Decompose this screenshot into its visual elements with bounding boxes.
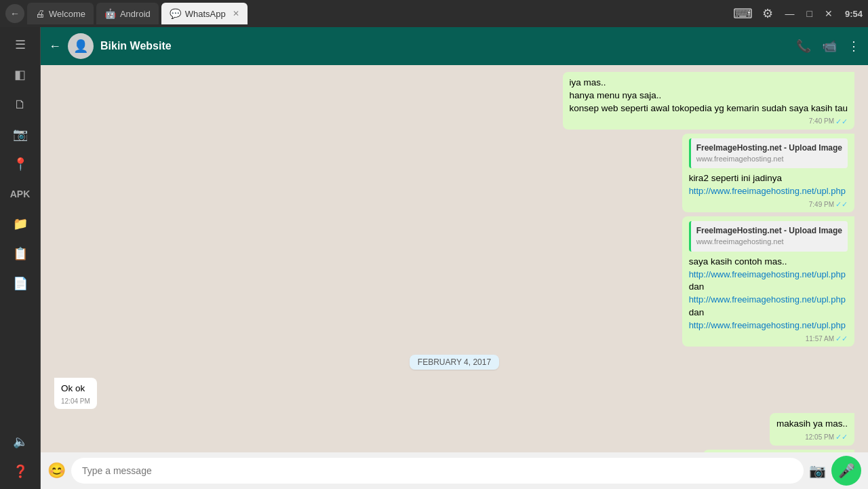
link-preview-card: FreeImageHosting.net - Upload Image www.… <box>689 138 848 168</box>
message-text: saya kasih contoh mas.. <box>689 256 848 269</box>
message-link: http://www.freeimagehosting.net/upl.php <box>689 269 848 281</box>
settings-icon[interactable]: ⚙ <box>762 6 773 21</box>
sidebar-notes-icon[interactable]: 📋 <box>8 241 33 266</box>
sidebar-volume-icon[interactable]: 🔈 <box>8 429 33 454</box>
mic-button[interactable]: 🎤 <box>831 456 861 486</box>
message-input[interactable] <box>71 458 804 484</box>
window-controls: — □ ✕ <box>781 7 837 20</box>
link-card-url: www.freeimagehosting.net <box>696 237 842 247</box>
chat-area: iya mas..hanya menu nya saja..konsep web… <box>41 65 868 452</box>
message-link-anchor[interactable]: http://www.freeimagehosting.net/upl.php <box>689 186 846 196</box>
message-link-anchor[interactable]: http://www.freeimagehosting.net/upl.php <box>689 320 846 330</box>
sidebar-list-icon[interactable]: 📄 <box>8 271 33 296</box>
tab-welcome[interactable]: 🖨 Welcome <box>27 3 94 24</box>
read-receipt-icon: ✓✓ <box>835 117 848 127</box>
back-button[interactable]: ← <box>5 4 24 23</box>
message-bubble: makasih ya mas.. 12:05 PM ✓✓ <box>770 413 854 445</box>
message-time: 7:40 PM ✓✓ <box>570 117 848 127</box>
message-text: makasih ya mas.. <box>776 418 848 431</box>
camera-attach-button[interactable]: 📷 <box>809 463 826 479</box>
read-receipt-icon: ✓✓ <box>835 199 848 210</box>
restore-button[interactable]: □ <box>803 7 816 20</box>
tab-whatsapp[interactable]: 💬 WhatsApp ✕ <box>161 3 248 24</box>
sidebar-help-icon[interactable]: ❓ <box>8 459 33 484</box>
browser-chrome: ← 🖨 Welcome 🤖 Android 💬 WhatsApp ✕ ⌨ ⚙ —… <box>0 0 868 27</box>
message-time: 12:04 PM <box>61 397 90 406</box>
message-time: 12:05 PM ✓✓ <box>776 432 848 442</box>
tab-android-label: Android <box>120 9 151 19</box>
mic-icon: 🎤 <box>838 463 855 479</box>
time-label: 12:04 PM <box>61 397 90 406</box>
contact-avatar[interactable]: 👤 <box>68 33 94 59</box>
header-actions: 📞 📹 ⋮ <box>796 39 860 54</box>
message-connector: dan <box>689 281 848 294</box>
message-link-anchor[interactable]: http://www.freeimagehosting.net/upl.php <box>689 294 846 305</box>
tab-close-button[interactable]: ✕ <box>233 9 239 18</box>
message-row: Ok ok 12:04 PM <box>54 378 854 409</box>
whatsapp-container: ← 👤 Bikin Website 📞 📹 ⋮ iya mas..hanya m… <box>41 27 868 489</box>
browser-nav: ← <box>5 4 24 23</box>
message-bubble: iya mas..hanya menu nya saja..konsep web… <box>563 72 855 130</box>
message-link: http://www.freeimagehosting.net/upl.php <box>689 319 848 332</box>
sidebar-pages-icon[interactable]: 🗋 <box>8 92 33 117</box>
tab-whatsapp-label: WhatsApp <box>185 9 226 19</box>
video-icon[interactable]: 📹 <box>822 39 837 54</box>
tab-welcome-label: Welcome <box>49 9 85 19</box>
message-bubble: sory mas,tadi gak ada gambarnya <box>703 450 854 452</box>
message-link-anchor[interactable]: http://www.freeimagehosting.net/upl.php <box>689 269 846 279</box>
input-bar: 😊 📷 🎤 <box>41 452 868 489</box>
message-bubble: FreeImageHosting.net - Upload Image www.… <box>682 216 854 347</box>
link-preview-card: FreeImageHosting.net - Upload Image www.… <box>689 221 848 251</box>
message-row: iya mas..hanya menu nya saja..konsep web… <box>54 72 854 130</box>
more-options-icon[interactable]: ⋮ <box>848 39 860 54</box>
message-text: iya mas..hanya menu nya saja..konsep web… <box>570 77 848 115</box>
system-time: 9:54 <box>845 9 863 19</box>
sidebar: ☰ ◧ 🗋 📷 📍 APK 📁 📋 📄 🔈 ❓ <box>0 27 41 489</box>
message-row: makasih ya mas.. 12:05 PM ✓✓ <box>54 413 854 445</box>
sidebar-layers-icon[interactable]: ◧ <box>8 62 33 87</box>
message-bubble: FreeImageHosting.net - Upload Image www.… <box>682 134 854 212</box>
android-tab-icon: 🤖 <box>104 8 116 19</box>
link-card-title: FreeImageHosting.net - Upload Image <box>696 225 842 237</box>
message-text: Ok ok <box>61 383 90 395</box>
link-card-title: FreeImageHosting.net - Upload Image <box>696 142 842 154</box>
message-row: sory mas,tadi gak ada gambarnya <box>54 450 854 452</box>
welcome-tab-icon: 🖨 <box>35 8 45 19</box>
minimize-button[interactable]: — <box>781 7 799 20</box>
emoji-button[interactable]: 😊 <box>47 462 66 480</box>
time-label: 7:49 PM <box>809 200 834 210</box>
read-receipt-icon: ✓✓ <box>835 334 848 344</box>
link-card-url: www.freeimagehosting.net <box>696 154 842 164</box>
message-bubble: Ok ok 12:04 PM <box>54 378 97 409</box>
sidebar-menu-icon[interactable]: ☰ <box>8 33 33 57</box>
read-receipt-icon: ✓✓ <box>835 432 848 442</box>
close-button[interactable]: ✕ <box>821 7 837 20</box>
message-row: FreeImageHosting.net - Upload Image www.… <box>54 216 854 347</box>
keyboard-icon: ⌨ <box>733 5 753 22</box>
sidebar-folder-icon[interactable]: 📁 <box>8 212 33 236</box>
message-row: FreeImageHosting.net - Upload Image www.… <box>54 134 854 212</box>
message-connector: dan <box>689 307 848 319</box>
contact-name: Bikin Website <box>100 40 789 52</box>
message-time: 7:49 PM ✓✓ <box>689 199 848 210</box>
message-link[interactable]: http://www.freeimagehosting.net/upl.php <box>689 185 848 198</box>
time-label: 11:57 AM <box>806 334 834 344</box>
sidebar-apk-icon[interactable]: APK <box>8 182 33 206</box>
back-button[interactable]: ← <box>49 39 61 54</box>
message-text: kira2 seperti ini jadinya <box>689 172 848 185</box>
message-time: 11:57 AM ✓✓ <box>689 334 848 344</box>
sidebar-location-icon[interactable]: 📍 <box>8 152 33 176</box>
phone-icon[interactable]: 📞 <box>796 39 811 54</box>
message-link: http://www.freeimagehosting.net/upl.php <box>689 294 848 307</box>
date-badge: FEBRUARY 4, 2017 <box>410 355 499 370</box>
time-label: 7:40 PM <box>809 117 834 126</box>
date-separator: FEBRUARY 4, 2017 <box>54 355 854 370</box>
whatsapp-tab-icon: 💬 <box>170 8 181 19</box>
sidebar-camera-icon[interactable]: 📷 <box>8 122 33 146</box>
tab-android[interactable]: 🤖 Android <box>96 3 159 24</box>
chat-header: ← 👤 Bikin Website 📞 📹 ⋮ <box>41 27 868 65</box>
main-layout: ☰ ◧ 🗋 📷 📍 APK 📁 📋 📄 🔈 ❓ ← 👤 Bikin Websit… <box>0 27 868 489</box>
time-label: 12:05 PM <box>805 433 834 442</box>
